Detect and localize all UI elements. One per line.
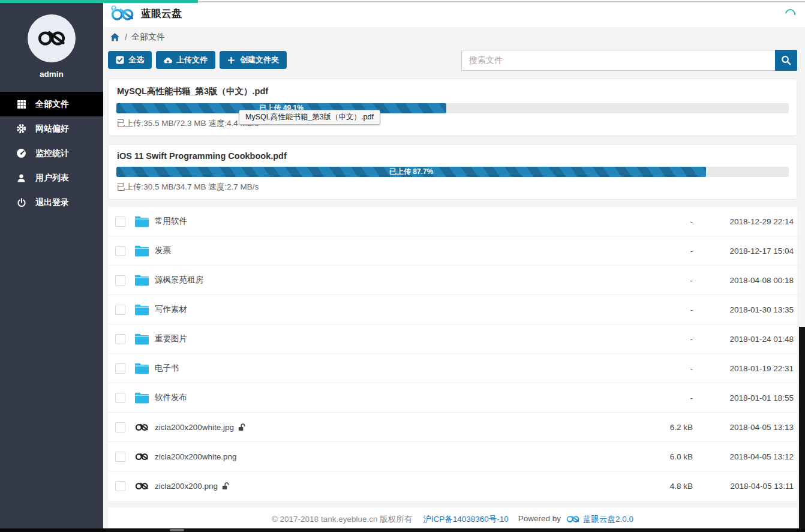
row-checkbox[interactable] xyxy=(115,363,125,374)
power-icon xyxy=(16,197,26,208)
sidebar-item-label: 用户列表 xyxy=(35,173,69,184)
file-row[interactable]: 发票 - 2018-12-17 15:04 xyxy=(108,236,797,266)
file-size: - xyxy=(627,217,693,226)
sidebar-item-label: 全部文件 xyxy=(35,99,69,110)
gear-icon xyxy=(16,124,26,134)
sidebar-item-logout[interactable]: 退出登录 xyxy=(0,190,103,215)
file-size: - xyxy=(627,305,693,314)
select-all-button[interactable]: 全选 xyxy=(108,51,152,69)
upload-status: 已上传:30.5 MB/34.7 MB 速度:2.7 MB/s xyxy=(109,177,797,199)
file-name[interactable]: 写作素材 xyxy=(155,304,187,315)
file-size: - xyxy=(627,335,693,344)
file-size: - xyxy=(627,276,693,285)
row-checkbox[interactable] xyxy=(115,452,125,462)
icp-link[interactable]: 沪ICP备14038360号-10 xyxy=(423,514,509,525)
file-size: 4.8 kB xyxy=(627,482,693,491)
progress-bar: 已上传 87.7% xyxy=(116,167,706,177)
horizontal-scrollbar[interactable] xyxy=(0,528,805,532)
upload-filename: MySQL高性能书籍_第3版（中文）.pdf xyxy=(109,79,797,103)
file-date: 2018-04-05 13:12 xyxy=(693,452,795,461)
home-icon[interactable] xyxy=(110,32,120,42)
search-bar xyxy=(461,50,797,71)
sidebar-item-user-list[interactable]: 用户列表 xyxy=(0,166,103,190)
file-row[interactable]: 常用软件 - 2018-12-29 22:14 xyxy=(108,207,797,236)
file-name[interactable]: 常用软件 xyxy=(155,216,187,227)
sidebar-menu: 全部文件 网站偏好 xyxy=(0,92,103,215)
upload-file-button[interactable]: 上传文件 xyxy=(156,51,215,69)
page-footer: © 2017-2018 tank.eyeblue.cn 版权所有 沪ICP备14… xyxy=(108,507,797,528)
page-loading-track xyxy=(198,1,805,2)
breadcrumb: / 全部文件 xyxy=(108,27,797,47)
progress-label: 已上传 87.7% xyxy=(389,167,433,177)
sidebar-item-label: 网站偏好 xyxy=(35,124,69,134)
upload-card: MySQL高性能书籍_第3版（中文）.pdf 已上传 49.1% 已上传:35.… xyxy=(108,79,797,136)
sidebar-item-label: 退出登录 xyxy=(35,197,69,208)
page-loading-bar xyxy=(0,0,198,3)
file-date: 2018-01-24 01:48 xyxy=(693,335,795,344)
row-checkbox[interactable] xyxy=(115,275,125,285)
top-header: 蓝眼云盘 xyxy=(103,0,805,27)
upload-filename: iOS 11 Swift Programming Cookbook.pdf xyxy=(109,145,797,167)
footer-brand-version-link[interactable]: 蓝眼云盘2.0.0 xyxy=(583,514,633,525)
file-name[interactable]: 电子书 xyxy=(155,363,179,374)
plus-icon xyxy=(227,56,236,64)
file-name[interactable]: zicla200x200.png xyxy=(155,482,218,491)
file-date: 2018-12-17 15:04 xyxy=(693,247,795,256)
sidebar-item-site-preferences[interactable]: 网站偏好 xyxy=(0,116,103,141)
toolbar: 全选 上传文件 xyxy=(108,49,797,71)
vertical-scrollbar[interactable] xyxy=(799,327,805,532)
upload-status: 已上传:35.5 MB/72.3 MB 速度:4.4 MB/s xyxy=(109,113,797,136)
search-button[interactable] xyxy=(775,50,797,71)
file-date: 2018-04-05 13:13 xyxy=(693,423,795,432)
file-date: 2018-01-19 22:31 xyxy=(693,364,795,373)
row-checkbox[interactable] xyxy=(115,393,125,403)
brand-logo-icon xyxy=(109,5,136,23)
row-checkbox[interactable] xyxy=(115,217,125,227)
file-name[interactable]: 重要图片 xyxy=(155,333,187,344)
progress-track: 已上传 87.7% xyxy=(116,167,789,177)
file-date: 2018-01-01 18:55 xyxy=(693,393,795,402)
sidebar-item-all-files[interactable]: 全部文件 xyxy=(0,92,103,116)
file-row[interactable]: 源枫景苑租房 - 2018-04-08 00:18 xyxy=(108,266,797,295)
file-row[interactable]: 写作素材 - 2018-01-30 13:35 xyxy=(108,295,797,324)
file-name[interactable]: 源枫景苑租房 xyxy=(155,275,203,285)
file-row[interactable]: zicla200x200white.png 6.0 kB 2018-04-05 … xyxy=(108,442,797,471)
row-checkbox[interactable] xyxy=(115,481,125,491)
row-checkbox[interactable] xyxy=(115,422,125,432)
file-name[interactable]: 软件发布 xyxy=(155,392,187,403)
app-title: 蓝眼云盘 xyxy=(141,7,182,20)
file-list: 常用软件 - 2018-12-29 22:14 xyxy=(108,207,797,501)
file-row[interactable]: zicla200x200white.jpg 6.2 kB 2018-04-05 … xyxy=(108,413,797,442)
file-name[interactable]: zicla200x200white.png xyxy=(155,452,237,461)
horizontal-scrollbar-thumb[interactable] xyxy=(170,529,184,531)
create-folder-button[interactable]: 创建文件夹 xyxy=(220,51,287,69)
row-checkbox[interactable] xyxy=(115,246,125,256)
file-row[interactable]: 软件发布 - 2018-01-01 18:55 xyxy=(108,383,797,413)
file-date: 2018-12-29 22:14 xyxy=(693,217,795,226)
folder-icon xyxy=(134,333,149,345)
file-logo-icon xyxy=(134,422,149,432)
row-checkbox[interactable] xyxy=(115,334,125,344)
check-square-icon xyxy=(116,56,124,64)
file-row[interactable]: 电子书 - 2018-01-19 22:31 xyxy=(108,354,797,383)
folder-icon xyxy=(134,245,149,257)
sidebar-item-monitor-stats[interactable]: 监控统计 xyxy=(0,141,103,166)
sidebar-item-label: 监控统计 xyxy=(35,148,69,159)
create-folder-label: 创建文件夹 xyxy=(240,55,279,65)
folder-icon xyxy=(134,275,149,286)
unlock-icon[interactable] xyxy=(238,423,245,431)
file-row[interactable]: zicla200x200.png 4.8 kB 2018-04-05 13:11 xyxy=(108,471,797,501)
file-name[interactable]: 发票 xyxy=(155,245,171,256)
search-input[interactable] xyxy=(461,50,775,71)
row-checkbox[interactable] xyxy=(115,305,125,315)
content: / 全部文件 全选 xyxy=(103,27,805,528)
file-row[interactable]: 重要图片 - 2018-01-24 01:48 xyxy=(108,324,797,354)
breadcrumb-separator: / xyxy=(125,32,127,42)
sidebar: admin 全部文件 xyxy=(0,0,103,528)
file-size: - xyxy=(627,393,693,402)
unlock-icon[interactable] xyxy=(222,482,229,490)
user-icon xyxy=(16,173,26,183)
file-logo-icon xyxy=(134,481,149,491)
breadcrumb-current: 全部文件 xyxy=(131,32,165,43)
file-name[interactable]: zicla200x200white.jpg xyxy=(155,423,234,432)
